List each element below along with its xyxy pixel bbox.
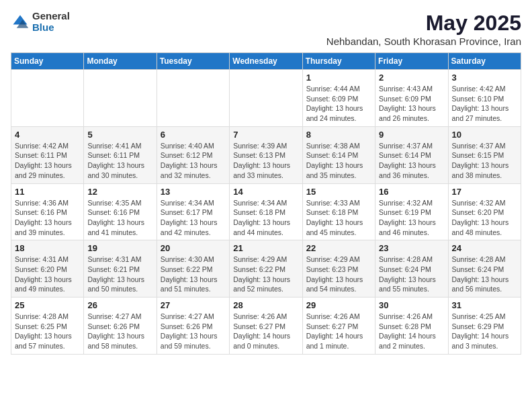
day-number: 2 (379, 73, 444, 83)
weekday-header-friday: Friday (375, 53, 448, 70)
day-info: Sunrise: 4:34 AM Sunset: 6:18 PM Dayligh… (233, 198, 298, 238)
calendar-cell: 24Sunrise: 4:28 AM Sunset: 6:24 PM Dayli… (448, 240, 521, 298)
calendar-cell: 25Sunrise: 4:28 AM Sunset: 6:25 PM Dayli… (11, 298, 84, 355)
day-number: 15 (306, 187, 371, 197)
subtitle: Nehbandan, South Khorasan Province, Iran (326, 36, 521, 47)
day-info: Sunrise: 4:29 AM Sunset: 6:22 PM Dayligh… (233, 255, 298, 294)
day-number: 23 (379, 243, 444, 253)
day-info: Sunrise: 4:34 AM Sunset: 6:17 PM Dayligh… (161, 198, 226, 238)
day-info: Sunrise: 4:26 AM Sunset: 6:27 PM Dayligh… (306, 312, 371, 351)
calendar-cell: 2Sunrise: 4:43 AM Sunset: 6:09 PM Daylig… (375, 70, 448, 127)
calendar-cell: 7Sunrise: 4:39 AM Sunset: 6:13 PM Daylig… (230, 126, 302, 183)
day-info: Sunrise: 4:28 AM Sunset: 6:25 PM Dayligh… (15, 312, 80, 351)
weekday-header-thursday: Thursday (302, 53, 375, 70)
weekday-header-tuesday: Tuesday (157, 53, 229, 70)
day-info: Sunrise: 4:25 AM Sunset: 6:29 PM Dayligh… (452, 312, 517, 351)
logo-icon (11, 13, 30, 32)
day-info: Sunrise: 4:38 AM Sunset: 6:14 PM Dayligh… (306, 141, 371, 181)
day-number: 29 (306, 300, 371, 310)
calendar-cell: 3Sunrise: 4:42 AM Sunset: 6:10 PM Daylig… (448, 70, 521, 127)
calendar-cell: 29Sunrise: 4:26 AM Sunset: 6:27 PM Dayli… (302, 298, 375, 355)
weekday-header-saturday: Saturday (448, 53, 521, 70)
day-number: 13 (161, 187, 226, 197)
day-number: 8 (306, 130, 371, 140)
calendar-cell: 1Sunrise: 4:44 AM Sunset: 6:09 PM Daylig… (302, 70, 375, 127)
day-number: 14 (233, 187, 298, 197)
calendar-cell: 21Sunrise: 4:29 AM Sunset: 6:22 PM Dayli… (230, 240, 302, 298)
day-number: 18 (15, 243, 80, 253)
calendar-cell: 4Sunrise: 4:42 AM Sunset: 6:11 PM Daylig… (11, 126, 84, 183)
weekday-header-sunday: Sunday (11, 53, 84, 70)
day-number: 1 (306, 73, 371, 83)
day-info: Sunrise: 4:31 AM Sunset: 6:21 PM Dayligh… (87, 255, 152, 294)
day-info: Sunrise: 4:27 AM Sunset: 6:26 PM Dayligh… (161, 312, 226, 351)
calendar-body: 1Sunrise: 4:44 AM Sunset: 6:09 PM Daylig… (11, 70, 521, 355)
calendar-cell: 27Sunrise: 4:27 AM Sunset: 6:26 PM Dayli… (157, 298, 229, 355)
day-number: 16 (379, 187, 444, 197)
title-block: May 2025 Nehbandan, South Khorasan Provi… (326, 11, 521, 47)
day-number: 25 (15, 300, 80, 310)
day-number: 11 (15, 187, 80, 197)
day-number: 28 (233, 300, 298, 310)
logo: General Blue (11, 11, 70, 33)
day-info: Sunrise: 4:28 AM Sunset: 6:24 PM Dayligh… (452, 255, 517, 294)
calendar-cell: 5Sunrise: 4:41 AM Sunset: 6:11 PM Daylig… (84, 126, 157, 183)
calendar-cell: 12Sunrise: 4:35 AM Sunset: 6:16 PM Dayli… (84, 183, 157, 240)
day-number: 26 (87, 300, 152, 310)
calendar-table: SundayMondayTuesdayWednesdayThursdayFrid… (11, 52, 521, 355)
day-number: 5 (87, 130, 152, 140)
weekday-header-wednesday: Wednesday (230, 53, 302, 70)
weekday-header-monday: Monday (84, 53, 157, 70)
day-info: Sunrise: 4:26 AM Sunset: 6:27 PM Dayligh… (233, 312, 298, 351)
calendar-cell: 26Sunrise: 4:27 AM Sunset: 6:26 PM Dayli… (84, 298, 157, 355)
calendar-cell: 23Sunrise: 4:28 AM Sunset: 6:24 PM Dayli… (375, 240, 448, 298)
main-title: May 2025 (326, 11, 521, 36)
calendar-cell: 19Sunrise: 4:31 AM Sunset: 6:21 PM Dayli… (84, 240, 157, 298)
day-info: Sunrise: 4:32 AM Sunset: 6:19 PM Dayligh… (379, 198, 444, 238)
day-number: 7 (233, 130, 298, 140)
calendar-cell (230, 70, 302, 127)
day-info: Sunrise: 4:40 AM Sunset: 6:12 PM Dayligh… (161, 141, 226, 181)
day-number: 20 (161, 243, 226, 253)
day-info: Sunrise: 4:42 AM Sunset: 6:10 PM Dayligh… (452, 84, 517, 124)
day-number: 3 (452, 73, 517, 83)
calendar-week-2: 4Sunrise: 4:42 AM Sunset: 6:11 PM Daylig… (11, 126, 521, 183)
day-info: Sunrise: 4:26 AM Sunset: 6:28 PM Dayligh… (379, 312, 444, 351)
day-number: 30 (379, 300, 444, 310)
day-number: 31 (452, 300, 517, 310)
day-info: Sunrise: 4:44 AM Sunset: 6:09 PM Dayligh… (306, 84, 371, 124)
day-info: Sunrise: 4:35 AM Sunset: 6:16 PM Dayligh… (87, 198, 152, 238)
day-info: Sunrise: 4:37 AM Sunset: 6:14 PM Dayligh… (379, 141, 444, 181)
calendar-cell: 10Sunrise: 4:37 AM Sunset: 6:15 PM Dayli… (448, 126, 521, 183)
calendar-cell (84, 70, 157, 127)
calendar-cell: 31Sunrise: 4:25 AM Sunset: 6:29 PM Dayli… (448, 298, 521, 355)
calendar-cell: 22Sunrise: 4:29 AM Sunset: 6:23 PM Dayli… (302, 240, 375, 298)
day-number: 9 (379, 130, 444, 140)
day-info: Sunrise: 4:28 AM Sunset: 6:24 PM Dayligh… (379, 255, 444, 294)
weekday-header-row: SundayMondayTuesdayWednesdayThursdayFrid… (11, 53, 521, 70)
calendar-cell: 30Sunrise: 4:26 AM Sunset: 6:28 PM Dayli… (375, 298, 448, 355)
calendar-cell (157, 70, 229, 127)
calendar-cell: 20Sunrise: 4:30 AM Sunset: 6:22 PM Dayli… (157, 240, 229, 298)
day-info: Sunrise: 4:42 AM Sunset: 6:11 PM Dayligh… (15, 141, 80, 181)
logo-blue-text: Blue (32, 22, 70, 34)
calendar-cell: 28Sunrise: 4:26 AM Sunset: 6:27 PM Dayli… (230, 298, 302, 355)
calendar-cell: 18Sunrise: 4:31 AM Sunset: 6:20 PM Dayli… (11, 240, 84, 298)
calendar-cell: 16Sunrise: 4:32 AM Sunset: 6:19 PM Dayli… (375, 183, 448, 240)
calendar-header: SundayMondayTuesdayWednesdayThursdayFrid… (11, 53, 521, 70)
calendar-week-1: 1Sunrise: 4:44 AM Sunset: 6:09 PM Daylig… (11, 70, 521, 127)
day-number: 17 (452, 187, 517, 197)
day-info: Sunrise: 4:30 AM Sunset: 6:22 PM Dayligh… (161, 255, 226, 294)
day-info: Sunrise: 4:27 AM Sunset: 6:26 PM Dayligh… (87, 312, 152, 351)
calendar-cell (11, 70, 84, 127)
calendar-cell: 17Sunrise: 4:32 AM Sunset: 6:20 PM Dayli… (448, 183, 521, 240)
calendar-cell: 9Sunrise: 4:37 AM Sunset: 6:14 PM Daylig… (375, 126, 448, 183)
day-number: 24 (452, 243, 517, 253)
calendar-week-5: 25Sunrise: 4:28 AM Sunset: 6:25 PM Dayli… (11, 298, 521, 355)
calendar-cell: 14Sunrise: 4:34 AM Sunset: 6:18 PM Dayli… (230, 183, 302, 240)
logo-text: General Blue (32, 11, 70, 33)
day-info: Sunrise: 4:32 AM Sunset: 6:20 PM Dayligh… (452, 198, 517, 238)
calendar-week-4: 18Sunrise: 4:31 AM Sunset: 6:20 PM Dayli… (11, 240, 521, 298)
page-header: General Blue May 2025 Nehbandan, South K… (11, 11, 521, 47)
day-number: 10 (452, 130, 517, 140)
